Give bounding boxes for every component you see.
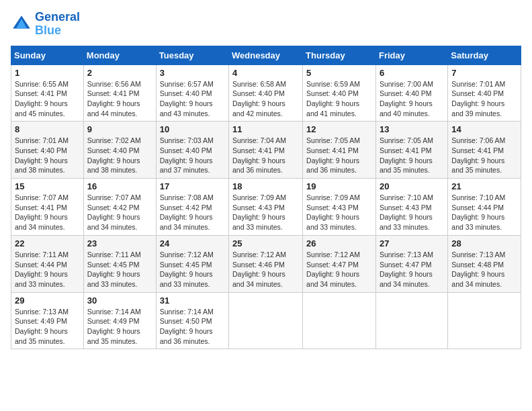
day-number: 17 (160, 181, 225, 191)
day-number: 29 (15, 295, 80, 306)
calendar-cell (448, 292, 521, 349)
day-info: Sunrise: 7:12 AM Sunset: 4:46 PM Dayligh… (232, 250, 299, 289)
day-number: 25 (232, 238, 299, 248)
day-info: Sunrise: 7:13 AM Sunset: 4:47 PM Dayligh… (380, 250, 444, 289)
day-number: 20 (380, 181, 444, 191)
calendar-cell: 16 Sunrise: 7:07 AM Sunset: 4:42 PM Dayl… (83, 179, 156, 236)
day-number: 4 (232, 68, 299, 78)
day-number: 3 (160, 68, 225, 78)
day-info: Sunrise: 6:57 AM Sunset: 4:40 PM Dayligh… (160, 79, 225, 119)
calendar-cell: 19 Sunrise: 7:09 AM Sunset: 4:43 PM Dayl… (303, 179, 376, 236)
day-info: Sunrise: 7:14 AM Sunset: 4:49 PM Dayligh… (87, 307, 152, 347)
day-info: Sunrise: 7:09 AM Sunset: 4:43 PM Dayligh… (306, 193, 372, 232)
day-number: 7 (451, 68, 517, 78)
day-number: 6 (380, 68, 444, 78)
day-number: 13 (380, 124, 444, 134)
calendar-week-4: 22 Sunrise: 7:11 AM Sunset: 4:44 PM Dayl… (11, 235, 521, 292)
calendar-cell: 21 Sunrise: 7:10 AM Sunset: 4:44 PM Dayl… (448, 179, 521, 236)
header-sunday: Sunday (11, 46, 84, 64)
day-info: Sunrise: 6:55 AM Sunset: 4:41 PM Dayligh… (15, 79, 80, 119)
logo-icon (11, 13, 32, 35)
day-info: Sunrise: 7:01 AM Sunset: 4:40 PM Dayligh… (15, 136, 80, 175)
day-number: 16 (87, 181, 152, 191)
day-info: Sunrise: 6:58 AM Sunset: 4:40 PM Dayligh… (232, 79, 299, 119)
day-info: Sunrise: 7:08 AM Sunset: 4:42 PM Dayligh… (160, 193, 225, 232)
calendar-cell (229, 292, 303, 349)
calendar-cell: 13 Sunrise: 7:05 AM Sunset: 4:41 PM Dayl… (375, 122, 447, 179)
calendar-week-1: 1 Sunrise: 6:55 AM Sunset: 4:41 PM Dayli… (11, 64, 521, 122)
day-number: 8 (15, 124, 80, 134)
day-info: Sunrise: 7:13 AM Sunset: 4:48 PM Dayligh… (451, 250, 517, 289)
day-info: Sunrise: 7:06 AM Sunset: 4:41 PM Dayligh… (451, 136, 517, 175)
calendar-cell (375, 292, 447, 349)
calendar-cell: 30 Sunrise: 7:14 AM Sunset: 4:49 PM Dayl… (83, 292, 156, 349)
calendar-cell: 9 Sunrise: 7:02 AM Sunset: 4:40 PM Dayli… (83, 122, 156, 179)
day-info: Sunrise: 7:11 AM Sunset: 4:45 PM Dayligh… (87, 250, 152, 289)
day-number: 5 (306, 68, 372, 78)
calendar-cell: 25 Sunrise: 7:12 AM Sunset: 4:46 PM Dayl… (229, 235, 303, 292)
calendar-cell: 17 Sunrise: 7:08 AM Sunset: 4:42 PM Dayl… (156, 179, 228, 236)
calendar-header-row: SundayMondayTuesdayWednesdayThursdayFrid… (11, 46, 521, 64)
calendar-cell: 18 Sunrise: 7:09 AM Sunset: 4:43 PM Dayl… (229, 179, 303, 236)
day-number: 19 (306, 181, 372, 191)
calendar-cell: 7 Sunrise: 7:01 AM Sunset: 4:40 PM Dayli… (448, 64, 521, 122)
day-info: Sunrise: 7:14 AM Sunset: 4:50 PM Dayligh… (160, 307, 225, 347)
day-info: Sunrise: 6:59 AM Sunset: 4:40 PM Dayligh… (306, 79, 372, 119)
calendar-cell: 20 Sunrise: 7:10 AM Sunset: 4:43 PM Dayl… (375, 179, 447, 236)
day-info: Sunrise: 7:13 AM Sunset: 4:49 PM Dayligh… (15, 307, 80, 347)
calendar-cell (303, 292, 376, 349)
calendar-cell: 4 Sunrise: 6:58 AM Sunset: 4:40 PM Dayli… (229, 64, 303, 122)
day-number: 14 (451, 124, 517, 134)
day-info: Sunrise: 7:07 AM Sunset: 4:41 PM Dayligh… (15, 193, 80, 232)
day-number: 23 (87, 238, 152, 248)
day-number: 21 (451, 181, 517, 191)
day-info: Sunrise: 7:11 AM Sunset: 4:44 PM Dayligh… (15, 250, 80, 289)
day-info: Sunrise: 7:04 AM Sunset: 4:41 PM Dayligh… (232, 136, 299, 175)
day-number: 9 (87, 124, 152, 134)
calendar-cell: 14 Sunrise: 7:06 AM Sunset: 4:41 PM Dayl… (448, 122, 521, 179)
day-info: Sunrise: 7:09 AM Sunset: 4:43 PM Dayligh… (232, 193, 299, 232)
day-number: 12 (306, 124, 372, 134)
day-number: 10 (160, 124, 225, 134)
calendar-week-5: 29 Sunrise: 7:13 AM Sunset: 4:49 PM Dayl… (11, 292, 521, 349)
day-number: 31 (160, 295, 225, 306)
day-info: Sunrise: 7:00 AM Sunset: 4:40 PM Dayligh… (380, 79, 444, 119)
calendar-cell: 22 Sunrise: 7:11 AM Sunset: 4:44 PM Dayl… (11, 235, 84, 292)
header-saturday: Saturday (448, 46, 521, 64)
day-number: 30 (87, 295, 152, 306)
calendar-cell: 2 Sunrise: 6:56 AM Sunset: 4:41 PM Dayli… (83, 64, 156, 122)
header-tuesday: Tuesday (156, 46, 228, 64)
logo-text: GeneralBlue (35, 11, 80, 38)
day-number: 26 (306, 238, 372, 248)
day-number: 11 (232, 124, 299, 134)
calendar-cell: 15 Sunrise: 7:07 AM Sunset: 4:41 PM Dayl… (11, 179, 84, 236)
header-thursday: Thursday (303, 46, 376, 64)
calendar-cell: 23 Sunrise: 7:11 AM Sunset: 4:45 PM Dayl… (83, 235, 156, 292)
calendar-cell: 10 Sunrise: 7:03 AM Sunset: 4:40 PM Dayl… (156, 122, 228, 179)
calendar-week-3: 15 Sunrise: 7:07 AM Sunset: 4:41 PM Dayl… (11, 179, 521, 236)
day-info: Sunrise: 7:10 AM Sunset: 4:43 PM Dayligh… (380, 193, 444, 232)
day-info: Sunrise: 7:12 AM Sunset: 4:45 PM Dayligh… (160, 250, 225, 289)
calendar-cell: 6 Sunrise: 7:00 AM Sunset: 4:40 PM Dayli… (375, 64, 447, 122)
day-info: Sunrise: 7:02 AM Sunset: 4:40 PM Dayligh… (87, 136, 152, 175)
day-info: Sunrise: 7:07 AM Sunset: 4:42 PM Dayligh… (87, 193, 152, 232)
calendar-cell: 24 Sunrise: 7:12 AM Sunset: 4:45 PM Dayl… (156, 235, 228, 292)
day-info: Sunrise: 7:12 AM Sunset: 4:47 PM Dayligh… (306, 250, 372, 289)
calendar-week-2: 8 Sunrise: 7:01 AM Sunset: 4:40 PM Dayli… (11, 122, 521, 179)
day-info: Sunrise: 7:10 AM Sunset: 4:44 PM Dayligh… (451, 193, 517, 232)
calendar-cell: 8 Sunrise: 7:01 AM Sunset: 4:40 PM Dayli… (11, 122, 84, 179)
calendar-cell: 29 Sunrise: 7:13 AM Sunset: 4:49 PM Dayl… (11, 292, 84, 349)
calendar-cell: 3 Sunrise: 6:57 AM Sunset: 4:40 PM Dayli… (156, 64, 228, 122)
day-number: 2 (87, 68, 152, 78)
calendar-cell: 27 Sunrise: 7:13 AM Sunset: 4:47 PM Dayl… (375, 235, 447, 292)
header-monday: Monday (83, 46, 156, 64)
day-info: Sunrise: 7:03 AM Sunset: 4:40 PM Dayligh… (160, 136, 225, 175)
day-info: Sunrise: 7:05 AM Sunset: 4:41 PM Dayligh… (380, 136, 444, 175)
day-info: Sunrise: 7:01 AM Sunset: 4:40 PM Dayligh… (451, 79, 517, 119)
day-number: 18 (232, 181, 299, 191)
day-number: 28 (451, 238, 517, 248)
header-wednesday: Wednesday (229, 46, 303, 64)
day-number: 22 (15, 238, 80, 248)
day-number: 27 (380, 238, 444, 248)
day-info: Sunrise: 6:56 AM Sunset: 4:41 PM Dayligh… (87, 79, 152, 119)
